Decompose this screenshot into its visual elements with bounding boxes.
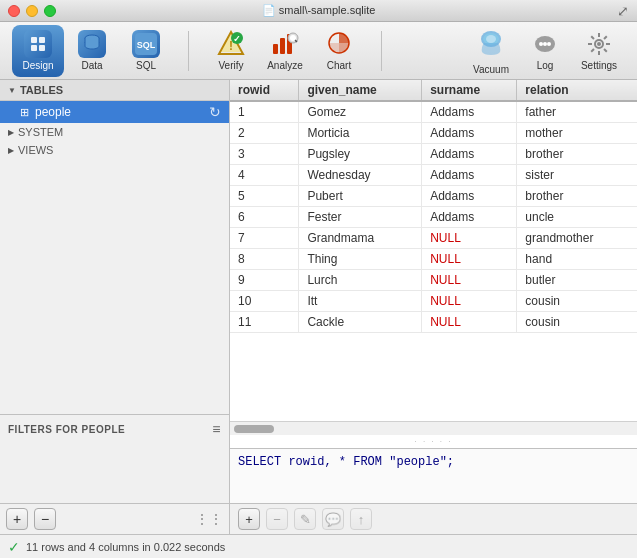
vacuum-button[interactable]: Vacuum — [465, 25, 517, 77]
export-button[interactable]: ↑ — [350, 508, 372, 530]
svg-text:SQL: SQL — [137, 40, 156, 50]
cell-relation[interactable]: sister — [517, 165, 637, 186]
tables-section-header[interactable]: ▼ TABLES — [0, 80, 229, 101]
sidebar-item-system[interactable]: ▶ SYSTEM — [0, 123, 229, 141]
add-row-button[interactable]: + — [238, 508, 260, 530]
cell-given_name[interactable]: Morticia — [299, 123, 422, 144]
window-resize-icon[interactable]: ⤢ — [617, 3, 629, 19]
cell-relation[interactable]: butler — [517, 270, 637, 291]
cell-rowid[interactable]: 11 — [230, 312, 299, 333]
chart-button[interactable]: Chart — [313, 25, 365, 77]
svg-point-27 — [597, 42, 601, 46]
table-row[interactable]: 9LurchNULLbutler — [230, 270, 637, 291]
cell-rowid[interactable]: 6 — [230, 207, 299, 228]
cell-rowid[interactable]: 4 — [230, 165, 299, 186]
cell-given_name[interactable]: Lurch — [299, 270, 422, 291]
cell-surname[interactable]: Addams — [422, 165, 517, 186]
cell-rowid[interactable]: 10 — [230, 291, 299, 312]
col-rowid: rowid — [230, 80, 299, 101]
cell-relation[interactable]: hand — [517, 249, 637, 270]
scrollbar-thumb[interactable] — [234, 425, 274, 433]
cell-rowid[interactable]: 5 — [230, 186, 299, 207]
cell-given_name[interactable]: Grandmama — [299, 228, 422, 249]
analyze-button[interactable]: Analyze — [259, 25, 311, 77]
cell-relation[interactable]: grandmother — [517, 228, 637, 249]
table-row[interactable]: 5PubertAddamsbrother — [230, 186, 637, 207]
cell-rowid[interactable]: 8 — [230, 249, 299, 270]
table-row[interactable]: 3PugsleyAddamsbrother — [230, 144, 637, 165]
cell-surname[interactable]: NULL — [422, 249, 517, 270]
cell-relation[interactable]: brother — [517, 186, 637, 207]
horizontal-scrollbar[interactable] — [230, 421, 637, 435]
cell-surname[interactable]: Addams — [422, 101, 517, 123]
close-button[interactable] — [8, 5, 20, 17]
sql-editor[interactable]: SELECT rowid, * FROM "people"; — [230, 448, 637, 503]
sidebar-resize-handle[interactable]: ⋮⋮ — [195, 511, 223, 527]
verify-button[interactable]: ! ✓ Verify — [205, 25, 257, 77]
cell-given_name[interactable]: Pubert — [299, 186, 422, 207]
analyze-icon — [271, 30, 299, 58]
cell-relation[interactable]: mother — [517, 123, 637, 144]
log-button[interactable]: Log — [519, 25, 571, 77]
sql-query[interactable]: SELECT rowid, * FROM "people"; — [238, 455, 454, 469]
remove-filter-button[interactable]: − — [34, 508, 56, 530]
svg-rect-1 — [39, 37, 45, 43]
sidebar-item-people[interactable]: ⊞ people ↻ — [0, 101, 229, 123]
cell-surname[interactable]: NULL — [422, 291, 517, 312]
minimize-button[interactable] — [26, 5, 38, 17]
table-row[interactable]: 2MorticiaAddamsmother — [230, 123, 637, 144]
cell-rowid[interactable]: 9 — [230, 270, 299, 291]
comment-button[interactable]: 💬 — [322, 508, 344, 530]
svg-rect-3 — [39, 45, 45, 51]
cell-surname[interactable]: Addams — [422, 144, 517, 165]
table-row[interactable]: 8ThingNULLhand — [230, 249, 637, 270]
cell-relation[interactable]: brother — [517, 144, 637, 165]
cell-surname[interactable]: NULL — [422, 312, 517, 333]
status-bar: ✓ 11 rows and 4 columns in 0.022 seconds — [0, 534, 637, 558]
sql-button[interactable]: SQL SQL — [120, 25, 172, 77]
chart-icon — [325, 30, 353, 58]
table-row[interactable]: 6FesterAddamsuncle — [230, 207, 637, 228]
cell-rowid[interactable]: 7 — [230, 228, 299, 249]
cell-surname[interactable]: NULL — [422, 270, 517, 291]
settings-button[interactable]: Settings — [573, 25, 625, 77]
main-layout: ▼ TABLES ⊞ people ↻ ▶ SYSTEM ▶ VIEWS FIL… — [0, 80, 637, 534]
system-label: SYSTEM — [18, 126, 63, 138]
table-container[interactable]: rowid given_name surname relation 1Gomez… — [230, 80, 637, 421]
sidebar-item-views[interactable]: ▶ VIEWS — [0, 141, 229, 159]
cell-relation[interactable]: uncle — [517, 207, 637, 228]
design-button[interactable]: Design — [12, 25, 64, 77]
cell-relation[interactable]: father — [517, 101, 637, 123]
cell-given_name[interactable]: Fester — [299, 207, 422, 228]
filters-menu-icon[interactable]: ≡ — [212, 421, 221, 437]
table-row[interactable]: 7GrandmamaNULLgrandmother — [230, 228, 637, 249]
table-row[interactable]: 10IttNULLcousin — [230, 291, 637, 312]
edit-row-button[interactable]: ✎ — [294, 508, 316, 530]
cell-surname[interactable]: Addams — [422, 186, 517, 207]
cell-relation[interactable]: cousin — [517, 312, 637, 333]
cell-relation[interactable]: cousin — [517, 291, 637, 312]
vacuum-label: Vacuum — [473, 64, 509, 75]
cell-rowid[interactable]: 1 — [230, 101, 299, 123]
cell-given_name[interactable]: Gomez — [299, 101, 422, 123]
table-row[interactable]: 11CackleNULLcousin — [230, 312, 637, 333]
cell-given_name[interactable]: Itt — [299, 291, 422, 312]
cell-given_name[interactable]: Pugsley — [299, 144, 422, 165]
cell-rowid[interactable]: 3 — [230, 144, 299, 165]
remove-row-button[interactable]: − — [266, 508, 288, 530]
table-row[interactable]: 4WednesdayAddamssister — [230, 165, 637, 186]
cell-given_name[interactable]: Cackle — [299, 312, 422, 333]
add-filter-button[interactable]: + — [6, 508, 28, 530]
table-row[interactable]: 1GomezAddamsfather — [230, 101, 637, 123]
cell-given_name[interactable]: Thing — [299, 249, 422, 270]
traffic-lights[interactable] — [8, 5, 56, 17]
cell-surname[interactable]: Addams — [422, 207, 517, 228]
cell-rowid[interactable]: 2 — [230, 123, 299, 144]
cell-given_name[interactable]: Wednesday — [299, 165, 422, 186]
maximize-button[interactable] — [44, 5, 56, 17]
data-bottom-toolbar: + − ✎ 💬 ↑ — [230, 503, 637, 534]
panel-resize-handle[interactable]: · · · · · — [230, 435, 637, 448]
data-button[interactable]: Data — [66, 25, 118, 77]
cell-surname[interactable]: NULL — [422, 228, 517, 249]
cell-surname[interactable]: Addams — [422, 123, 517, 144]
